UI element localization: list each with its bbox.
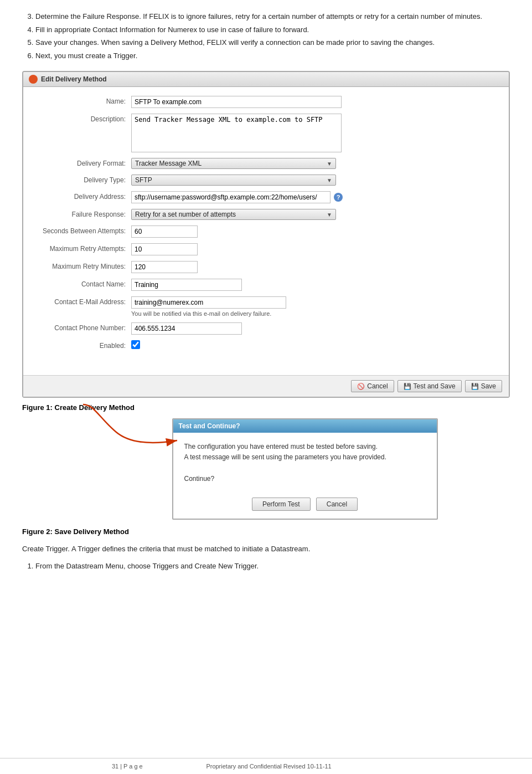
seconds-between-label: Seconds Between Attempts:: [34, 225, 131, 235]
name-input[interactable]: [131, 96, 342, 108]
delivery-type-row: Delivery Type: SFTP ▼: [34, 175, 498, 186]
failure-response-select[interactable]: Retry for a set number of attempts ▼: [131, 209, 336, 220]
contact-name-input[interactable]: [131, 279, 242, 291]
delivery-format-field: Tracker Message XML ▼: [131, 158, 498, 169]
max-retry-attempts-input[interactable]: [131, 243, 198, 255]
test-continue-dialog-wrapper: Test and Continue? The configuration you…: [100, 418, 510, 520]
figure1-label: Figure 1: Create Delivery Method: [22, 403, 510, 412]
name-label: Name:: [34, 96, 131, 105]
contact-email-input[interactable]: [131, 296, 286, 309]
instruction-item-4: Fill in appropriate Contact Information …: [35, 24, 510, 35]
delivery-address-label: Delivery Address:: [34, 191, 131, 201]
delivery-format-label: Delivery Format:: [34, 158, 131, 167]
dialog-line2: A test message will be sent using the pa…: [184, 452, 426, 463]
trigger-item-1: From the Datastream Menu, choose Trigger…: [35, 561, 510, 572]
enabled-field: [131, 340, 498, 349]
contact-name-label: Contact Name:: [34, 279, 131, 288]
dialog-header: Test and Continue?: [173, 419, 437, 433]
header-title: Edit Delivery Method: [41, 75, 107, 83]
help-icon[interactable]: ?: [334, 193, 343, 202]
edit-delivery-method-body: Name: Description: Send Tracker Message …: [23, 87, 509, 375]
contact-phone-field: [131, 322, 498, 335]
perform-test-button[interactable]: Perform Test: [252, 498, 311, 511]
contact-email-label: Contact E-Mail Address:: [34, 296, 131, 306]
seconds-between-row: Seconds Between Attempts:: [34, 225, 498, 238]
delivery-type-arrow-icon: ▼: [327, 177, 332, 183]
seconds-between-field: [131, 225, 498, 238]
test-and-save-label: Test and Save: [414, 382, 456, 390]
enabled-row: Enabled:: [34, 340, 498, 350]
save-button[interactable]: 💾 Save: [465, 380, 502, 392]
dialog-body: The configuration you have entered must …: [173, 433, 437, 493]
failure-response-row: Failure Response: Retry for a set number…: [34, 209, 498, 220]
failure-response-arrow-icon: ▼: [327, 212, 332, 218]
dialog-line1: The configuration you have entered must …: [184, 442, 426, 452]
name-row: Name:: [34, 96, 498, 108]
save-label: Save: [481, 382, 496, 390]
delivery-address-input[interactable]: [131, 191, 330, 203]
enabled-label: Enabled:: [34, 340, 131, 350]
description-row: Description: Send Tracker Message XML to…: [34, 114, 498, 152]
delivery-type-field: SFTP ▼: [131, 175, 498, 186]
dialog-cancel-button[interactable]: Cancel: [316, 498, 358, 511]
delivery-format-row: Delivery Format: Tracker Message XML ▼: [34, 158, 498, 169]
create-trigger-text: Create Trigger. A Trigger defines the cr…: [22, 544, 510, 555]
failure-response-field: Retry for a set number of attempts ▼: [131, 209, 498, 220]
delivery-type-label: Delivery Type:: [34, 175, 131, 184]
delivery-address-field: ?: [131, 191, 498, 203]
contact-email-row: Contact E-Mail Address: You will be noti…: [34, 296, 498, 317]
name-field: [131, 96, 498, 108]
test-continue-dialog: Test and Continue? The configuration you…: [172, 418, 438, 520]
delivery-format-value: Tracker Message XML: [135, 160, 202, 167]
perform-test-label: Perform Test: [262, 500, 300, 508]
max-retry-minutes-input[interactable]: [131, 261, 198, 273]
cancel-label: Cancel: [367, 382, 388, 390]
contact-email-field: You will be notified via this e-mail on …: [131, 296, 498, 317]
email-notice-text: You will be notified via this e-mail on …: [131, 310, 286, 317]
description-input[interactable]: Send Tracker Message XML to example.com …: [131, 114, 342, 152]
cancel-button[interactable]: 🚫 Cancel: [351, 380, 394, 392]
copyright-text: Proprietary and Confidential Revised 10-…: [148, 763, 390, 770]
max-retry-minutes-row: Maximum Retry Minutes:: [34, 261, 498, 273]
header-icon: [29, 75, 38, 84]
delivery-format-select[interactable]: Tracker Message XML ▼: [131, 158, 336, 169]
max-retry-attempts-field: [131, 243, 498, 255]
contact-phone-row: Contact Phone Number:: [34, 322, 498, 335]
delivery-type-select[interactable]: SFTP ▼: [131, 175, 336, 186]
description-label: Description:: [34, 114, 131, 123]
cancel-icon: 🚫: [357, 383, 365, 390]
failure-response-label: Failure Response:: [34, 209, 131, 218]
contact-name-row: Contact Name:: [34, 279, 498, 291]
edit-delivery-method-footer: 🚫 Cancel 💾 Test and Save 💾 Save: [23, 375, 509, 397]
figure2-label: Figure 2: Save Delivery Method: [22, 527, 510, 536]
trigger-instructions-list: From the Datastream Menu, choose Trigger…: [22, 561, 510, 572]
contact-phone-input[interactable]: [131, 322, 242, 335]
page-num: 31 | P a g e: [22, 763, 148, 770]
enabled-checkbox[interactable]: [131, 340, 140, 349]
delivery-address-row: Delivery Address: ?: [34, 191, 498, 203]
instruction-item-6: Next, you must create a Trigger.: [35, 50, 510, 61]
dialog-cancel-label: Cancel: [327, 500, 347, 508]
contact-phone-label: Contact Phone Number:: [34, 322, 131, 332]
test-and-save-button[interactable]: 💾 Test and Save: [397, 380, 462, 392]
page-footer: 31 | P a g e Proprietary and Confidentia…: [0, 758, 532, 774]
seconds-between-input[interactable]: [131, 225, 198, 238]
edit-delivery-method-panel: Edit Delivery Method Name: Description: …: [22, 71, 510, 398]
dialog-line3: Continue?: [184, 474, 426, 484]
max-retry-attempts-label: Maximum Retry Attempts:: [34, 243, 131, 253]
max-retry-minutes-field: [131, 261, 498, 273]
contact-name-field: [131, 279, 498, 291]
edit-delivery-method-header: Edit Delivery Method: [23, 72, 509, 87]
instruction-item-3: Determine the Failure Response. If FELIX…: [35, 11, 510, 22]
max-retry-attempts-row: Maximum Retry Attempts:: [34, 243, 498, 255]
instructions-list: Determine the Failure Response. If FELIX…: [22, 11, 510, 61]
test-save-icon: 💾: [404, 383, 411, 390]
failure-response-value: Retry for a set number of attempts: [135, 211, 236, 218]
description-field: Send Tracker Message XML to example.com …: [131, 114, 498, 152]
save-icon: 💾: [471, 383, 479, 390]
instruction-item-5: Save your changes. When saving a Deliver…: [35, 37, 510, 48]
max-retry-minutes-label: Maximum Retry Minutes:: [34, 261, 131, 270]
delivery-type-value: SFTP: [135, 176, 152, 184]
delivery-format-arrow-icon: ▼: [327, 161, 332, 167]
dialog-footer: Perform Test Cancel: [173, 493, 437, 519]
